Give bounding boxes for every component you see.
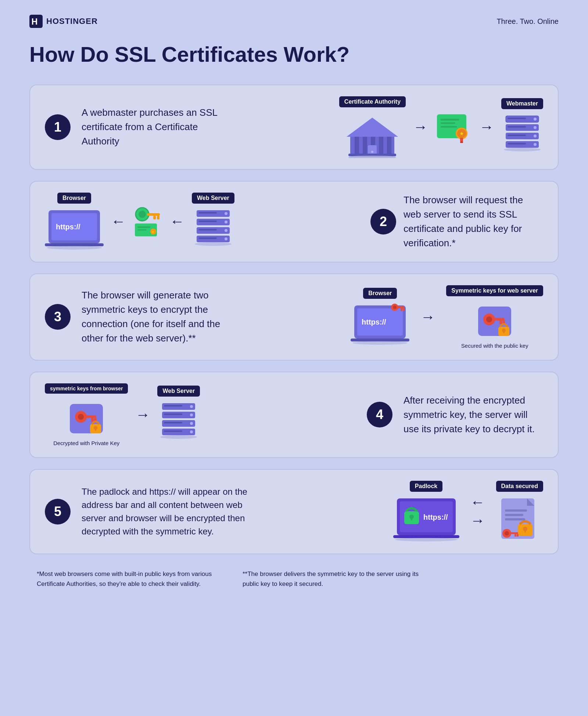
svg-rect-115: [505, 509, 527, 512]
svg-text:★: ★: [151, 230, 154, 234]
laptop-lock-icon: https://: [393, 495, 459, 543]
svg-rect-103: [164, 430, 182, 432]
double-arrows: ← →: [470, 494, 485, 529]
laptop-key-icon: https://: [351, 302, 409, 346]
arrow-right-5: →: [470, 512, 485, 529]
cert-authority-label: Certificate Authority: [339, 96, 406, 107]
step-2-text: The browser will request the web server …: [404, 193, 543, 250]
step-1: 1 A webmaster purchases an SSL certifica…: [29, 85, 559, 170]
svg-rect-109: [411, 517, 412, 520]
certificate-icon: ★: [435, 111, 472, 144]
svg-rect-94: [164, 405, 182, 407]
sym-from-browser-label: symmetric keys from browser: [45, 383, 128, 394]
webserver-item-2: Web Server: [192, 193, 234, 251]
svg-point-27: [534, 126, 537, 129]
svg-rect-39: [45, 243, 104, 246]
svg-rect-82: [503, 330, 505, 333]
building-icon: [347, 110, 398, 158]
browser-key-item: Browser https://: [351, 288, 409, 346]
svg-rect-71: [403, 308, 405, 311]
svg-point-68: [393, 305, 397, 309]
svg-rect-69: [397, 306, 404, 308]
svg-rect-100: [164, 422, 182, 423]
svg-rect-125: [517, 534, 519, 537]
svg-rect-47: [137, 226, 150, 228]
svg-point-55: [225, 221, 227, 223]
svg-rect-28: [508, 126, 526, 128]
arrow-3: ←: [111, 213, 126, 230]
svg-point-85: [78, 414, 84, 420]
data-secured-label: Data secured: [496, 481, 544, 492]
svg-rect-34: [508, 143, 526, 144]
svg-rect-97: [164, 414, 182, 415]
svg-point-99: [190, 422, 193, 425]
svg-rect-116: [505, 514, 523, 516]
svg-point-122: [505, 531, 509, 536]
svg-point-112: [395, 538, 458, 541]
svg-rect-123: [510, 532, 518, 534]
step-5-visuals: Padlock https:// ← →: [251, 481, 543, 543]
svg-point-42: [139, 211, 146, 218]
webmaster-label: Webmaster: [501, 98, 543, 109]
doc-lock-icon: [498, 495, 542, 543]
svg-rect-72: [351, 339, 409, 341]
svg-rect-78: [499, 321, 502, 324]
svg-rect-117: [505, 518, 525, 520]
svg-rect-4: [355, 137, 359, 154]
step-5: 5 The padlock and https:// will appear o…: [29, 469, 559, 554]
svg-point-10: [371, 151, 373, 153]
arrow-5: →: [420, 309, 435, 325]
main-title: How Do SSL Certificates Work?: [29, 43, 559, 66]
svg-rect-45: [157, 216, 159, 219]
header: H HOSTINGER Three. Two. Online: [29, 15, 559, 28]
arrow-1: →: [413, 119, 428, 135]
svg-rect-86: [85, 415, 96, 418]
svg-rect-87: [91, 418, 94, 422]
svg-point-52: [225, 212, 227, 215]
logo-text: HOSTINGER: [46, 17, 98, 26]
step-4-visuals: symmetric keys from browser Decrypted wi…: [45, 383, 352, 446]
webserver-label-4: Web Server: [157, 386, 200, 397]
server-icon-2: [193, 207, 233, 251]
svg-text:H: H: [31, 17, 37, 26]
footer-note-2: **The browser delivers the symmetric key…: [243, 569, 426, 589]
arrow-6: →: [135, 407, 150, 423]
step-3-visuals: Browser https:// → S: [243, 285, 543, 349]
key-cert-icon: ★: [133, 205, 162, 238]
padlock-label: Padlock: [410, 481, 442, 492]
svg-rect-8: [387, 137, 391, 154]
step-1-text: A webmaster purchases an SSL certificate…: [82, 105, 221, 148]
svg-rect-91: [95, 428, 96, 431]
step-5-number: 5: [45, 499, 71, 525]
sym-from-browser-item: symmetric keys from browser Decrypted wi…: [45, 383, 128, 446]
key-cert-item: ★: [133, 205, 162, 238]
data-secured-item: Data secured: [496, 481, 544, 543]
webserver-label-2: Web Server: [192, 193, 234, 204]
svg-point-96: [190, 414, 193, 416]
svg-point-93: [190, 405, 193, 408]
logo: H HOSTINGER: [29, 15, 98, 28]
svg-rect-70: [401, 308, 402, 311]
step-3-text: The browser will generate two symmetric …: [82, 288, 243, 346]
sym-key-label: Symmetric keys for web server: [446, 285, 543, 296]
step-3: 3 The browser will generate two symmetri…: [29, 273, 559, 361]
svg-rect-111: [393, 535, 459, 538]
footer-notes: *Most web browsers come with built-in pu…: [29, 569, 559, 589]
svg-text:https://: https://: [56, 223, 80, 231]
svg-point-63: [195, 242, 232, 246]
svg-rect-7: [379, 137, 383, 154]
svg-rect-15: [441, 122, 455, 124]
svg-point-24: [534, 118, 537, 121]
browser-label-3: Browser: [363, 288, 397, 299]
decrypted-sublabel: Decrypted with Private Key: [53, 440, 119, 446]
svg-point-61: [225, 237, 227, 240]
step-4-text: After receiving the encrypted symmetric …: [404, 393, 543, 436]
svg-point-76: [486, 316, 492, 322]
step-2-number: 2: [370, 209, 396, 235]
hostinger-logo-icon: H: [29, 15, 43, 28]
svg-rect-44: [153, 216, 156, 219]
step-2-visuals: Browser https:// ←: [45, 193, 356, 251]
webmaster-item: Webmaster: [501, 98, 543, 156]
svg-rect-62: [198, 237, 217, 239]
svg-rect-120: [524, 529, 526, 533]
